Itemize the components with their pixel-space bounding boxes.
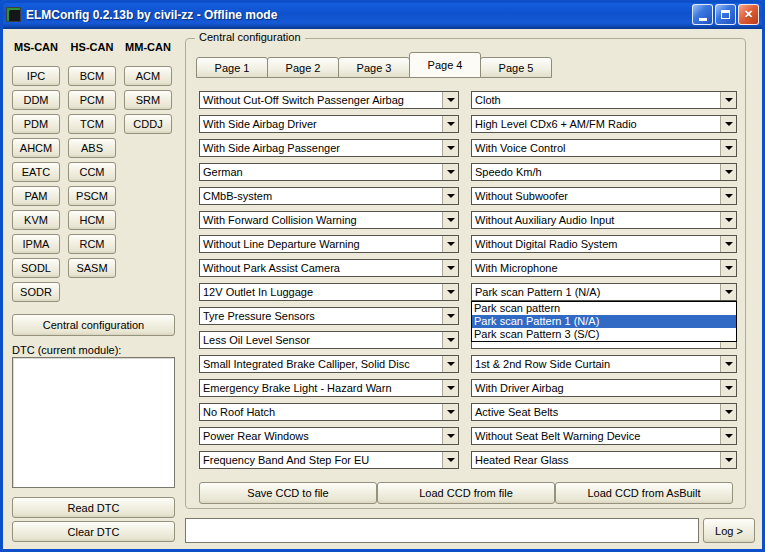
- combo-right-7[interactable]: With Microphone: [471, 259, 737, 277]
- chevron-down-icon[interactable]: [442, 116, 458, 132]
- combo-left-0[interactable]: Without Cut-Off Switch Passenger Airbag: [199, 91, 459, 109]
- combo-right-15[interactable]: Heated Rear Glass: [471, 451, 737, 469]
- combo-right-6[interactable]: Without Digital Radio System: [471, 235, 737, 253]
- save-ccd-to-file-button[interactable]: Save CCD to file: [199, 482, 377, 504]
- combo-left-3[interactable]: German: [199, 163, 459, 181]
- chevron-down-icon[interactable]: [442, 212, 458, 228]
- module-button-ddm[interactable]: DDM: [12, 90, 60, 110]
- chevron-down-icon[interactable]: [720, 356, 736, 372]
- maximize-button[interactable]: [715, 4, 736, 25]
- tab-page-4[interactable]: Page 4: [409, 52, 481, 78]
- close-button[interactable]: ✕: [738, 4, 759, 25]
- chevron-down-icon[interactable]: [442, 452, 458, 468]
- chevron-down-icon[interactable]: [720, 140, 736, 156]
- module-button-rcm[interactable]: RCM: [68, 234, 116, 254]
- chevron-down-icon[interactable]: [720, 428, 736, 444]
- combo-right-13[interactable]: Active Seat Belts: [471, 403, 737, 421]
- chevron-down-icon[interactable]: [442, 140, 458, 156]
- module-button-hcm[interactable]: HCM: [68, 210, 116, 230]
- module-button-cddj[interactable]: CDDJ: [124, 114, 172, 134]
- chevron-down-icon[interactable]: [720, 92, 736, 108]
- chevron-down-icon[interactable]: [442, 164, 458, 180]
- chevron-down-icon[interactable]: [720, 212, 736, 228]
- chevron-down-icon[interactable]: [720, 404, 736, 420]
- module-button-kvm[interactable]: KVM: [12, 210, 60, 230]
- module-button-abs[interactable]: ABS: [68, 138, 116, 158]
- combo-right-5[interactable]: Without Auxiliary Audio Input: [471, 211, 737, 229]
- module-button-pam[interactable]: PAM: [12, 186, 60, 206]
- combo-left-14[interactable]: Power Rear Windows: [199, 427, 459, 445]
- combo-left-12[interactable]: Emergency Brake Light - Hazard Warn: [199, 379, 459, 397]
- dropdown-option-2[interactable]: Park scan Pattern 3 (S/C): [472, 328, 736, 341]
- module-button-bcm[interactable]: BCM: [68, 66, 116, 86]
- module-button-ahcm[interactable]: AHCM: [12, 138, 60, 158]
- combo-left-2[interactable]: With Side Airbag Passenger: [199, 139, 459, 157]
- module-button-acm[interactable]: ACM: [124, 66, 172, 86]
- load-ccd-from-file-button[interactable]: Load CCD from file: [377, 482, 555, 504]
- combo-left-1[interactable]: With Side Airbag Driver: [199, 115, 459, 133]
- combo-left-13[interactable]: No Roof Hatch: [199, 403, 459, 421]
- tab-page-3[interactable]: Page 3: [338, 57, 410, 78]
- module-button-ipma[interactable]: IPMA: [12, 234, 60, 254]
- chevron-down-icon[interactable]: [442, 236, 458, 252]
- combo-right-0[interactable]: Cloth: [471, 91, 737, 109]
- combo-right-2[interactable]: With Voice Control: [471, 139, 737, 157]
- chevron-down-icon[interactable]: [720, 284, 736, 300]
- module-button-pcm[interactable]: PCM: [68, 90, 116, 110]
- module-button-srm[interactable]: SRM: [124, 90, 172, 110]
- combo-left-10[interactable]: Less Oil Level Sensor: [199, 331, 459, 349]
- chevron-down-icon[interactable]: [442, 356, 458, 372]
- combo-left-9[interactable]: Tyre Pressure Sensors: [199, 307, 459, 325]
- tab-page-1[interactable]: Page 1: [196, 57, 268, 78]
- combo-left-4[interactable]: CMbB-system: [199, 187, 459, 205]
- chevron-down-icon[interactable]: [442, 428, 458, 444]
- dropdown-option-0[interactable]: Park scan pattern: [472, 302, 736, 315]
- tab-page-2[interactable]: Page 2: [267, 57, 339, 78]
- clear-dtc-button[interactable]: Clear DTC: [12, 521, 175, 542]
- dropdown-option-1[interactable]: Park scan Pattern 1 (N/A): [472, 315, 736, 328]
- chevron-down-icon[interactable]: [442, 308, 458, 324]
- central-configuration-button[interactable]: Central configuration: [12, 314, 175, 336]
- combo-right-14[interactable]: Without Seat Belt Warning Device: [471, 427, 737, 445]
- module-button-eatc[interactable]: EATC: [12, 162, 60, 182]
- module-button-sodl[interactable]: SODL: [12, 258, 60, 278]
- combo-right-3[interactable]: Speedo Km/h: [471, 163, 737, 181]
- chevron-down-icon[interactable]: [442, 260, 458, 276]
- chevron-down-icon[interactable]: [720, 164, 736, 180]
- combo-right-12[interactable]: With Driver Airbag: [471, 379, 737, 397]
- log-button[interactable]: Log >: [703, 518, 755, 543]
- module-button-ipc[interactable]: IPC: [12, 66, 60, 86]
- combo-right-4[interactable]: Without Subwoofer: [471, 187, 737, 205]
- load-ccd-from-asbuilt-button[interactable]: Load CCD from AsBuilt: [555, 482, 733, 504]
- tab-page-5[interactable]: Page 5: [480, 57, 552, 78]
- combo-left-7[interactable]: Without Park Assist Camera: [199, 259, 459, 277]
- module-button-sodr[interactable]: SODR: [12, 282, 60, 302]
- chevron-down-icon[interactable]: [442, 188, 458, 204]
- combo-right-11[interactable]: 1st & 2nd Row Side Curtain: [471, 355, 737, 373]
- dtc-listbox[interactable]: [12, 357, 175, 488]
- module-button-pscm[interactable]: PSCM: [68, 186, 116, 206]
- module-button-sasm[interactable]: SASM: [68, 258, 116, 278]
- chevron-down-icon[interactable]: [442, 380, 458, 396]
- minimize-button[interactable]: [692, 4, 713, 25]
- combo-left-6[interactable]: Without Line Departure Warning: [199, 235, 459, 253]
- command-input[interactable]: [185, 518, 699, 543]
- chevron-down-icon[interactable]: [720, 380, 736, 396]
- chevron-down-icon[interactable]: [442, 284, 458, 300]
- module-button-tcm[interactable]: TCM: [68, 114, 116, 134]
- combo-left-15[interactable]: Frequency Band And Step For EU: [199, 451, 459, 469]
- chevron-down-icon[interactable]: [442, 92, 458, 108]
- chevron-down-icon[interactable]: [720, 188, 736, 204]
- module-button-ccm[interactable]: CCM: [68, 162, 116, 182]
- combo-left-8[interactable]: 12V Outlet In Luggage: [199, 283, 459, 301]
- combo-right-1[interactable]: High Level CDx6 + AM/FM Radio: [471, 115, 737, 133]
- combo-left-5[interactable]: With Forward Collision Warning: [199, 211, 459, 229]
- titlebar[interactable]: ELMConfig 0.2.13b by civil-zz - Offline …: [0, 0, 765, 29]
- chevron-down-icon[interactable]: [720, 236, 736, 252]
- read-dtc-button[interactable]: Read DTC: [12, 497, 175, 518]
- combo-right-8[interactable]: Park scan Pattern 1 (N/A): [471, 283, 737, 301]
- chevron-down-icon[interactable]: [720, 116, 736, 132]
- chevron-down-icon[interactable]: [442, 404, 458, 420]
- chevron-down-icon[interactable]: [720, 260, 736, 276]
- combo-left-11[interactable]: Small Integrated Brake Calliper, Solid D…: [199, 355, 459, 373]
